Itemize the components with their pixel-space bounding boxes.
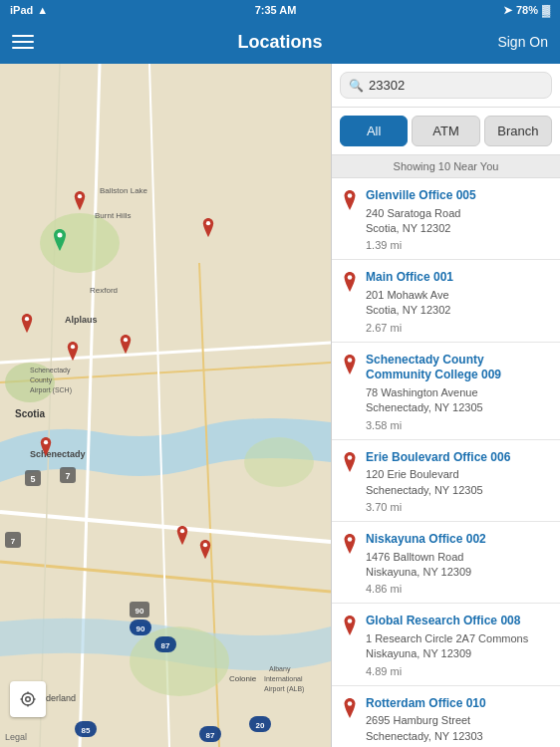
location-distance: 4.89 mi (366, 665, 550, 677)
search-input[interactable] (369, 78, 543, 93)
svg-point-52 (124, 338, 128, 342)
time-label: 7:35 AM (255, 4, 297, 16)
location-list-item[interactable]: Glenville Office 005 240 Saratoga RoadSc… (332, 178, 560, 260)
search-bar: 🔍 (332, 64, 560, 108)
map-pin-8[interactable] (39, 437, 53, 460)
svg-point-59 (348, 276, 353, 281)
svg-point-61 (348, 455, 353, 460)
map-area[interactable]: 5 7 90 7 Alplaus Scotia Ballston Lake Bu… (0, 64, 331, 747)
map-pin-4[interactable] (66, 342, 80, 365)
sign-on-button[interactable]: Sign On (497, 34, 548, 50)
svg-point-64 (348, 701, 353, 706)
map-pin-3[interactable] (20, 314, 34, 337)
svg-point-51 (71, 345, 75, 349)
svg-point-58 (348, 193, 353, 198)
filter-atm-button[interactable]: ATM (412, 116, 479, 146)
nav-bar: Locations Sign On (0, 20, 560, 64)
svg-text:Burnt Hills: Burnt Hills (95, 211, 131, 220)
svg-point-56 (26, 697, 31, 702)
location-details: Global Research Office 008 1 Research Ci… (366, 614, 550, 676)
location-pin-icon (342, 698, 358, 722)
svg-point-62 (348, 537, 353, 542)
legal-text: Legal (5, 732, 27, 742)
location-name: Rotterdam Office 010 (366, 696, 550, 712)
location-name: Erie Boulevard Office 006 (366, 450, 550, 466)
svg-point-49 (206, 221, 210, 225)
map-pin-1[interactable] (73, 191, 87, 214)
status-left: iPad ▲ (10, 4, 48, 16)
svg-text:Alplaus: Alplaus (65, 315, 98, 325)
results-count: Showing 10 Near You (332, 155, 560, 178)
svg-text:Schenectady: Schenectady (30, 367, 71, 374)
map-pin-5[interactable] (119, 335, 133, 358)
location-details: Main Office 001 201 Mohawk AveScotia, NY… (366, 270, 550, 333)
location-list-item[interactable]: Rotterdam Office 010 2695 Hamburg Street… (332, 686, 560, 747)
svg-text:Schenectady: Schenectady (30, 449, 86, 459)
location-distance: 2.67 mi (366, 322, 550, 334)
svg-point-55 (44, 440, 48, 444)
map-background: 5 7 90 7 Alplaus Scotia Ballston Lake Bu… (0, 64, 331, 747)
svg-text:87: 87 (161, 641, 170, 650)
location-list-item[interactable]: Main Office 001 201 Mohawk AveScotia, NY… (332, 260, 560, 342)
location-distance: 1.39 mi (366, 239, 550, 251)
location-pin-icon (342, 452, 358, 476)
location-address: 201 Mohawk AveScotia, NY 12302 (366, 288, 550, 319)
location-name: Main Office 001 (366, 270, 550, 286)
location-address: 78 Washington AvenueSchenectady, NY 1230… (366, 385, 550, 416)
filter-branch-button[interactable]: Branch (484, 116, 552, 146)
svg-text:85: 85 (82, 726, 91, 735)
location-distance: 3.70 mi (366, 501, 550, 513)
location-name: Global Research Office 008 (366, 614, 550, 629)
map-pin-7[interactable] (198, 540, 212, 563)
page-title: Locations (237, 32, 322, 53)
location-pin-icon (342, 272, 358, 296)
location-list-item[interactable]: Global Research Office 008 1 Research Ci… (332, 604, 560, 685)
svg-point-60 (348, 358, 353, 363)
hamburger-menu-icon[interactable] (12, 35, 34, 49)
svg-text:90: 90 (136, 607, 144, 616)
location-details: Glenville Office 005 240 Saratoga RoadSc… (366, 188, 550, 251)
location-details: Niskayuna Office 002 1476 Balltown RoadN… (366, 532, 550, 595)
location-list[interactable]: Glenville Office 005 240 Saratoga RoadSc… (332, 178, 560, 747)
location-details: Rotterdam Office 010 2695 Hamburg Street… (366, 696, 550, 747)
svg-text:Rexford: Rexford (90, 286, 118, 295)
svg-text:Airport (SCH): Airport (SCH) (30, 386, 72, 394)
location-list-item[interactable]: Niskayuna Office 002 1476 Balltown RoadN… (332, 522, 560, 604)
svg-point-50 (24, 317, 28, 321)
location-arrow-icon: ➤ (503, 4, 512, 17)
svg-point-54 (203, 543, 207, 547)
svg-point-53 (179, 529, 183, 533)
svg-text:Ballston Lake: Ballston Lake (100, 186, 148, 195)
search-input-wrapper: 🔍 (340, 72, 552, 99)
svg-point-48 (78, 194, 82, 198)
location-address: 1476 Balltown RoadNiskayuna, NY 12309 (366, 550, 550, 581)
right-panel: 🔍 All ATM Branch Showing 10 Near You Gle… (331, 64, 560, 747)
location-pin-icon (342, 534, 358, 558)
filter-all-button[interactable]: All (340, 116, 408, 146)
map-pin-6[interactable] (175, 526, 189, 549)
location-pin-icon (342, 616, 358, 639)
map-pin-2[interactable] (201, 218, 215, 241)
location-name: Schenectady County Community College 009 (366, 353, 550, 383)
battery-icon: ▓ (542, 4, 550, 16)
svg-point-12 (130, 626, 229, 696)
location-pin-icon (342, 355, 358, 378)
svg-text:90: 90 (137, 624, 145, 633)
location-list-item[interactable]: Erie Boulevard Office 006 120 Erie Boule… (332, 440, 560, 522)
status-bar: iPad ▲ 7:35 AM ➤ 78% ▓ (0, 0, 560, 20)
carrier-label: iPad (10, 4, 33, 16)
location-name: Glenville Office 005 (366, 188, 550, 204)
svg-text:County: County (30, 376, 53, 384)
svg-text:7: 7 (65, 471, 70, 481)
location-address: 2695 Hamburg StreetSchenectady, NY 12303 (366, 713, 550, 744)
svg-text:Airport (ALB): Airport (ALB) (264, 685, 304, 693)
svg-point-63 (348, 620, 353, 624)
my-location-button[interactable] (10, 681, 46, 717)
location-details: Erie Boulevard Office 006 120 Erie Boule… (366, 450, 550, 513)
svg-text:Scotia: Scotia (15, 408, 45, 419)
svg-text:Colonie: Colonie (229, 674, 257, 683)
location-list-item[interactable]: Schenectady County Community College 009… (332, 343, 560, 440)
location-address: 1 Research Circle 2A7 CommonsNiskayuna, … (366, 631, 550, 662)
map-pin-green[interactable] (52, 229, 68, 255)
main-content: 5 7 90 7 Alplaus Scotia Ballston Lake Bu… (0, 64, 560, 747)
